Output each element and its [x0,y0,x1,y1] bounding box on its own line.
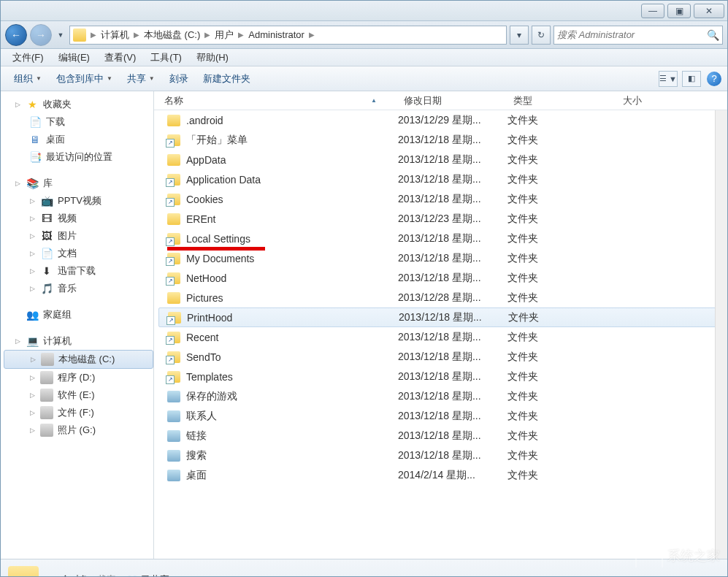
back-button[interactable]: ← [5,24,27,46]
file-row[interactable]: Local Settings2013/12/18 星期...文件夹 [158,229,727,248]
file-type: 文件夹 [507,134,617,147]
sidebar-item-music[interactable]: ▷🎵音乐 [4,280,153,297]
organize-button[interactable]: 组织▼ [7,69,49,88]
file-row[interactable]: 桌面2014/2/14 星期...文件夹 [158,465,727,485]
column-size[interactable]: 大小 [617,91,690,110]
folder-icon [167,134,180,146]
forward-button[interactable]: → [30,24,52,46]
sidebar-item-drive-g[interactable]: ▷照片 (G:) [4,421,153,439]
file-row[interactable]: 链接2013/12/18 星期...文件夹 [158,426,727,446]
file-row[interactable]: .android2013/12/29 星期...文件夹 [158,110,727,130]
sidebar-item-drive-f[interactable]: ▷文件 (F:) [4,404,153,421]
menu-tools[interactable]: 工具(T) [143,50,189,66]
search-icon[interactable]: 🔍 [707,29,719,41]
sidebar-item-recent[interactable]: 📑最近访问的位置 [4,148,153,166]
homegroup-icon: 👥 [26,308,39,321]
share-button[interactable]: 共享▼ [120,69,162,88]
folder-icon [73,28,86,42]
sidebar-item-drive-d[interactable]: ▷程序 (D:) [4,369,153,386]
sidebar-item-downloads[interactable]: 📄下载 [4,113,153,131]
preview-pane-button[interactable]: ◧ [682,71,701,87]
menu-edit[interactable]: 编辑(E) [51,50,97,66]
file-row[interactable]: EREnt2013/12/23 星期...文件夹 [158,209,727,229]
chevron-right-icon[interactable]: ▶ [307,31,316,39]
sidebar-favorites[interactable]: ▷★收藏夹 [4,96,153,113]
file-row[interactable]: 保存的游戏2013/12/18 星期...文件夹 [158,386,727,406]
sidebar-item-drive-e[interactable]: ▷软件 (E:) [4,386,153,404]
menu-view[interactable]: 查看(V) [97,50,143,66]
menu-file[interactable]: 文件(F) [5,50,51,66]
file-type: 文件夹 [507,331,617,344]
sidebar-libraries[interactable]: ▷📚库 [4,175,153,192]
file-type: 文件夹 [507,449,617,462]
file-date: 2013/12/18 星期... [398,173,507,186]
file-row[interactable]: 搜索2013/12/18 星期...文件夹 [158,446,727,465]
file-type: 文件夹 [507,114,617,127]
file-row[interactable]: Recent2013/12/18 星期...文件夹 [158,327,727,347]
column-type[interactable]: 类型 [507,91,617,110]
breadcrumb[interactable]: Administrator [245,29,307,40]
file-row[interactable]: SendTo2013/12/18 星期...文件夹 [158,347,727,367]
breadcrumb[interactable]: 用户 [212,28,237,42]
file-row[interactable]: Pictures2013/12/28 星期...文件夹 [158,288,727,307]
nav-history-dropdown[interactable]: ▼ [55,26,66,44]
sidebar-item-documents[interactable]: ▷📄文档 [4,245,153,262]
menu-help[interactable]: 帮助(H) [189,50,236,66]
expand-icon: ▷ [28,267,36,275]
file-row[interactable]: Cookies2013/12/18 星期...文件夹 [158,189,727,209]
search-box[interactable]: 🔍 [553,26,723,45]
search-input[interactable] [557,29,707,40]
file-row[interactable]: 「开始」菜单2013/12/18 星期...文件夹 [158,130,727,150]
titlebar: — ▣ ✕ [1,1,727,21]
file-type: 文件夹 [507,173,617,186]
library-icon: 📚 [26,177,39,190]
sidebar-item-pictures[interactable]: ▷🖼图片 [4,227,153,245]
folder-icon [167,371,180,383]
file-row[interactable]: NetHood2013/12/18 星期...文件夹 [158,268,727,288]
column-name[interactable]: 名称▲ [158,91,398,110]
address-bar[interactable]: ▶ 计算机 ▶ 本地磁盘 (C:) ▶ 用户 ▶ Administrator ▶ [69,26,507,45]
file-row[interactable]: PrintHood2013/12/18 星期...文件夹 [158,307,727,327]
file-date: 2013/12/18 星期... [398,351,507,364]
help-icon[interactable]: ? [707,72,721,86]
sidebar-item-pptv[interactable]: ▷📺PPTV视频 [4,192,153,210]
sidebar-item-thunder[interactable]: ▷⬇迅雷下载 [4,262,153,280]
file-row[interactable]: My Documents2013/12/18 星期...文件夹 [158,248,727,268]
file-row[interactable]: 联系人2013/12/18 星期...文件夹 [158,406,727,426]
sidebar-item-desktop[interactable]: 🖥桌面 [4,131,153,148]
minimize-button[interactable]: — [641,4,664,18]
column-date[interactable]: 修改日期 [398,91,507,110]
music-icon: 🎵 [40,282,53,295]
desktop-icon: 🖥 [28,133,42,146]
chevron-right-icon[interactable]: ▶ [132,31,141,39]
file-row[interactable]: Templates2013/12/18 星期...文件夹 [158,367,727,386]
close-button[interactable]: ✕ [694,4,724,18]
file-row[interactable]: AppData2013/12/18 星期...文件夹 [158,150,727,169]
address-dropdown[interactable]: ▾ [510,26,529,45]
file-name: SendTo [186,351,221,363]
breadcrumb[interactable]: 计算机 [98,28,132,42]
file-list[interactable]: .android2013/12/29 星期...文件夹「开始」菜单2013/12… [154,110,727,559]
file-date: 2013/12/18 星期... [398,390,507,403]
include-in-library-button[interactable]: 包含到库中▼ [49,69,120,88]
folder-icon [167,391,180,402]
vertical-scrollbar[interactable] [715,110,727,559]
file-row[interactable]: Application Data2013/12/18 星期...文件夹 [158,169,727,189]
file-date: 2013/12/18 星期... [398,232,507,245]
file-name: AppData [186,154,226,166]
sidebar-computer[interactable]: ▷💻计算机 [4,332,153,350]
file-name: .android [186,115,223,126]
refresh-button[interactable]: ↻ [532,26,551,45]
new-folder-button[interactable]: 新建文件夹 [196,69,258,88]
sidebar-item-videos[interactable]: ▷🎞视频 [4,210,153,227]
chevron-right-icon[interactable]: ▶ [89,31,98,39]
burn-button[interactable]: 刻录 [162,69,196,88]
sidebar-homegroup[interactable]: 👥家庭组 [4,306,153,324]
breadcrumb[interactable]: 本地磁盘 (C:) [141,28,203,42]
folder-icon [8,566,39,578]
sidebar-item-drive-c[interactable]: ▷本地磁盘 (C:) [4,350,153,369]
view-mode-button[interactable]: ☰▼ [659,71,678,87]
chevron-right-icon[interactable]: ▶ [237,31,245,39]
maximize-button[interactable]: ▣ [667,4,691,18]
chevron-right-icon[interactable]: ▶ [203,31,212,39]
